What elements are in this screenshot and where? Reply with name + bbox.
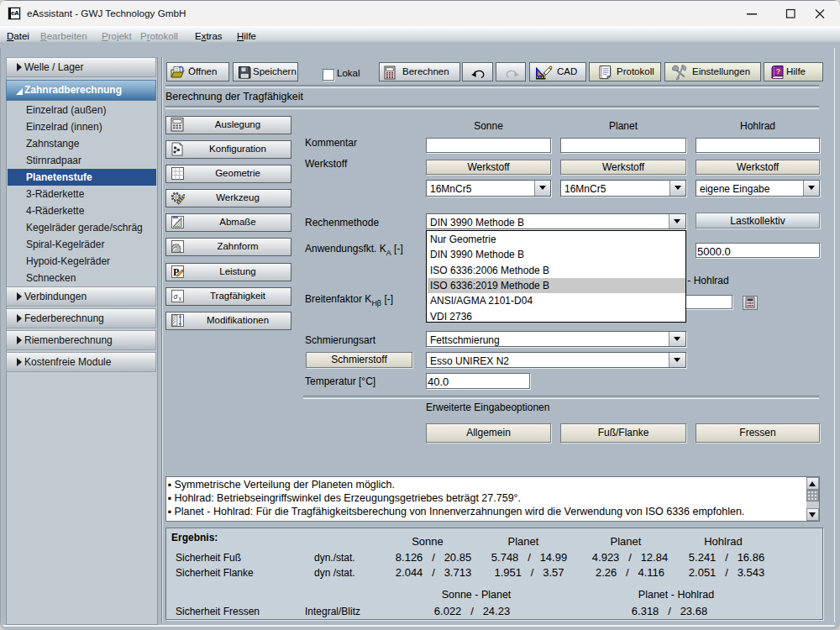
svg-text:x: x <box>178 295 182 302</box>
svg-text:?: ? <box>776 66 781 76</box>
